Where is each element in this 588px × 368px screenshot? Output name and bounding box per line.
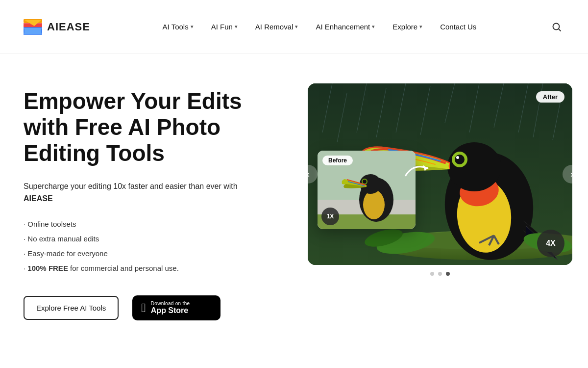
nav-ai-removal[interactable]: AI Removal ▾ xyxy=(255,23,298,31)
features-list: · Online toolsets · No extra manual edit… xyxy=(24,217,278,276)
nav-ai-fun[interactable]: AI Fun ▾ xyxy=(211,23,238,31)
appstore-big-text: App Store xyxy=(151,306,190,315)
zoom-4x-badge: 4X xyxy=(537,230,564,257)
feature-item: · Online toolsets xyxy=(24,217,278,232)
logo-icon xyxy=(24,19,42,35)
appstore-button[interactable]:  Download on the App Store xyxy=(132,295,220,320)
hero-right: After Before xyxy=(308,83,572,276)
logo[interactable]: AIEASE xyxy=(24,19,90,35)
chevron-down-icon: ▾ xyxy=(235,24,238,30)
feature-item: · 100% FREE for commercial and personal … xyxy=(24,261,278,276)
chevron-down-icon: ▾ xyxy=(419,24,422,30)
explore-button[interactable]: Explore Free AI Tools xyxy=(24,296,119,320)
apple-icon:  xyxy=(141,300,146,315)
hero-left: Empower Your Edits with Free AI Photo Ed… xyxy=(24,83,278,320)
before-card: Before xyxy=(318,151,416,229)
main-content: Empower Your Edits with Free AI Photo Ed… xyxy=(0,54,588,320)
carousel-dot[interactable] xyxy=(430,272,434,276)
svg-marker-42 xyxy=(423,165,428,171)
appstore-small-text: Download on the xyxy=(151,301,190,306)
search-button[interactable] xyxy=(549,19,564,35)
nav-ai-tools[interactable]: AI Tools ▾ xyxy=(163,23,194,31)
main-nav: AI Tools ▾ AI Fun ▾ AI Removal ▾ AI Enha… xyxy=(163,23,477,31)
hero-title: Empower Your Edits with Free AI Photo Ed… xyxy=(24,88,278,166)
arrow-icon xyxy=(403,158,433,185)
feature-item: · No extra manual edits xyxy=(24,232,278,246)
nav-ai-enhancement[interactable]: AI Enhancement ▾ xyxy=(316,23,375,31)
svg-point-38 xyxy=(363,190,385,219)
nav-contact-us[interactable]: Contact Us xyxy=(440,23,476,31)
feature-item: · Easy-made for everyone xyxy=(24,246,278,261)
chevron-down-icon: ▾ xyxy=(295,24,298,30)
before-badge: Before xyxy=(322,156,353,165)
svg-point-27 xyxy=(456,156,459,159)
chevron-down-icon: ▾ xyxy=(191,24,194,30)
chevron-down-icon: ▾ xyxy=(372,24,375,30)
logo-text: AIEASE xyxy=(47,21,90,33)
search-icon xyxy=(552,22,562,32)
nav-explore[interactable]: Explore ▾ xyxy=(392,23,422,31)
header: AIEASE AI Tools ▾ AI Fun ▾ AI Removal ▾ … xyxy=(0,0,588,54)
after-badge: After xyxy=(536,91,564,103)
svg-point-24 xyxy=(447,142,501,191)
zoom-1x-badge: 1X xyxy=(321,208,339,225)
svg-point-41 xyxy=(363,180,367,184)
svg-point-26 xyxy=(455,155,465,164)
carousel-dots xyxy=(308,272,572,276)
carousel-dot-active[interactable] xyxy=(446,272,450,276)
carousel-dot[interactable] xyxy=(438,272,442,276)
cta-row: Explore Free AI Tools  Download on the … xyxy=(24,295,278,320)
hero-subtitle: Supercharge your editing 10x faster and … xyxy=(24,180,278,205)
image-card: After Before xyxy=(308,83,572,265)
